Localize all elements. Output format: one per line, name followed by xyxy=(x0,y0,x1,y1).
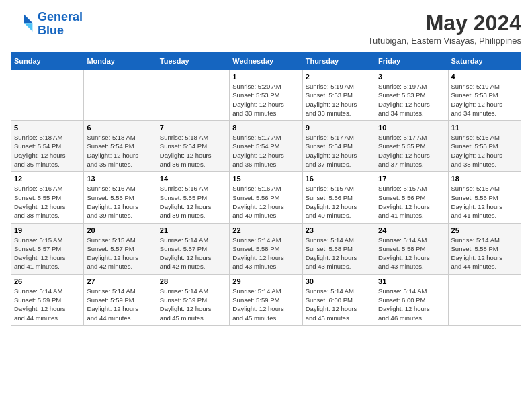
day-info: Sunrise: 5:14 AM Sunset: 5:57 PM Dayligh… xyxy=(160,236,226,271)
calendar-cell: 6Sunrise: 5:18 AM Sunset: 5:54 PM Daylig… xyxy=(84,121,157,172)
day-info: Sunrise: 5:19 AM Sunset: 5:53 PM Dayligh… xyxy=(378,82,445,118)
day-info: Sunrise: 5:15 AM Sunset: 5:57 PM Dayligh… xyxy=(14,236,81,271)
day-number: 28 xyxy=(160,277,226,285)
column-header-tuesday: Tuesday xyxy=(157,53,229,70)
calendar-cell: 18Sunrise: 5:15 AM Sunset: 5:56 PM Dayli… xyxy=(448,172,521,223)
day-info: Sunrise: 5:14 AM Sunset: 5:58 PM Dayligh… xyxy=(232,236,299,271)
calendar-cell: 20Sunrise: 5:15 AM Sunset: 5:57 PM Dayli… xyxy=(84,223,157,274)
day-info: Sunrise: 5:18 AM Sunset: 5:54 PM Dayligh… xyxy=(14,133,81,169)
calendar-cell: 15Sunrise: 5:16 AM Sunset: 5:56 PM Dayli… xyxy=(230,172,302,223)
calendar-cell: 11Sunrise: 5:16 AM Sunset: 5:55 PM Dayli… xyxy=(448,121,521,172)
day-info: Sunrise: 5:19 AM Sunset: 5:53 PM Dayligh… xyxy=(451,82,518,118)
day-number: 6 xyxy=(87,124,153,132)
column-header-sunday: Sunday xyxy=(11,53,84,70)
day-number: 27 xyxy=(87,277,153,285)
calendar-week-3: 12Sunrise: 5:16 AM Sunset: 5:55 PM Dayli… xyxy=(11,172,521,223)
day-number: 18 xyxy=(451,175,518,183)
day-info: Sunrise: 5:16 AM Sunset: 5:55 PM Dayligh… xyxy=(160,184,226,220)
day-info: Sunrise: 5:16 AM Sunset: 5:56 PM Dayligh… xyxy=(232,184,299,220)
day-info: Sunrise: 5:14 AM Sunset: 5:59 PM Dayligh… xyxy=(232,287,299,322)
day-number: 3 xyxy=(378,73,445,81)
day-info: Sunrise: 5:15 AM Sunset: 5:56 PM Dayligh… xyxy=(378,184,445,220)
day-info: Sunrise: 5:17 AM Sunset: 5:54 PM Dayligh… xyxy=(306,133,372,169)
calendar-week-2: 5Sunrise: 5:18 AM Sunset: 5:54 PM Daylig… xyxy=(11,121,521,172)
day-number: 31 xyxy=(378,277,445,285)
title-block: May 2024 Tutubigan, Eastern Visayas, Phi… xyxy=(368,11,521,46)
calendar-cell xyxy=(11,70,84,121)
calendar-cell xyxy=(157,70,229,121)
calendar-cell: 1Sunrise: 5:20 AM Sunset: 5:53 PM Daylig… xyxy=(230,70,302,121)
day-info: Sunrise: 5:18 AM Sunset: 5:54 PM Dayligh… xyxy=(160,133,226,169)
day-info: Sunrise: 5:16 AM Sunset: 5:55 PM Dayligh… xyxy=(87,184,153,220)
day-number: 22 xyxy=(232,226,299,234)
day-info: Sunrise: 5:19 AM Sunset: 5:53 PM Dayligh… xyxy=(306,82,372,118)
day-info: Sunrise: 5:14 AM Sunset: 5:58 PM Dayligh… xyxy=(451,236,518,271)
day-info: Sunrise: 5:14 AM Sunset: 6:00 PM Dayligh… xyxy=(378,287,445,322)
column-header-monday: Monday xyxy=(84,53,157,70)
calendar-week-5: 26Sunrise: 5:14 AM Sunset: 5:59 PM Dayli… xyxy=(11,274,521,325)
day-number: 25 xyxy=(451,226,518,234)
calendar-cell: 7Sunrise: 5:18 AM Sunset: 5:54 PM Daylig… xyxy=(157,121,229,172)
logo-text: General Blue xyxy=(38,11,83,38)
calendar-cell: 28Sunrise: 5:14 AM Sunset: 5:59 PM Dayli… xyxy=(157,274,229,325)
day-info: Sunrise: 5:17 AM Sunset: 5:54 PM Dayligh… xyxy=(232,133,299,169)
calendar-cell: 5Sunrise: 5:18 AM Sunset: 5:54 PM Daylig… xyxy=(11,121,84,172)
calendar-cell: 30Sunrise: 5:14 AM Sunset: 6:00 PM Dayli… xyxy=(302,274,375,325)
calendar-cell xyxy=(448,274,521,325)
column-header-friday: Friday xyxy=(375,53,448,70)
calendar-cell: 23Sunrise: 5:14 AM Sunset: 5:58 PM Dayli… xyxy=(302,223,375,274)
calendar-cell: 19Sunrise: 5:15 AM Sunset: 5:57 PM Dayli… xyxy=(11,223,84,274)
day-number: 11 xyxy=(451,124,518,132)
day-info: Sunrise: 5:15 AM Sunset: 5:56 PM Dayligh… xyxy=(451,184,518,220)
day-info: Sunrise: 5:15 AM Sunset: 5:56 PM Dayligh… xyxy=(306,184,372,220)
day-info: Sunrise: 5:18 AM Sunset: 5:54 PM Dayligh… xyxy=(87,133,153,169)
calendar-cell xyxy=(84,70,157,121)
day-number: 7 xyxy=(160,124,226,132)
day-number: 10 xyxy=(378,124,445,132)
logo-general: General xyxy=(38,10,83,24)
calendar-week-4: 19Sunrise: 5:15 AM Sunset: 5:57 PM Dayli… xyxy=(11,223,521,274)
calendar-cell: 22Sunrise: 5:14 AM Sunset: 5:58 PM Dayli… xyxy=(230,223,302,274)
day-info: Sunrise: 5:15 AM Sunset: 5:57 PM Dayligh… xyxy=(87,236,153,271)
calendar-cell: 24Sunrise: 5:14 AM Sunset: 5:58 PM Dayli… xyxy=(375,223,448,274)
day-number: 19 xyxy=(14,226,81,234)
calendar-cell: 12Sunrise: 5:16 AM Sunset: 5:55 PM Dayli… xyxy=(11,172,84,223)
day-info: Sunrise: 5:17 AM Sunset: 5:55 PM Dayligh… xyxy=(378,133,445,169)
calendar-cell: 31Sunrise: 5:14 AM Sunset: 6:00 PM Dayli… xyxy=(375,274,448,325)
calendar-cell: 25Sunrise: 5:14 AM Sunset: 5:58 PM Dayli… xyxy=(448,223,521,274)
day-number: 29 xyxy=(232,277,299,285)
svg-marker-1 xyxy=(24,23,33,32)
day-number: 4 xyxy=(451,73,518,81)
day-info: Sunrise: 5:14 AM Sunset: 5:58 PM Dayligh… xyxy=(306,236,372,271)
day-number: 23 xyxy=(306,226,372,234)
calendar-table: SundayMondayTuesdayWednesdayThursdayFrid… xyxy=(11,52,521,326)
day-number: 9 xyxy=(306,124,372,132)
calendar-cell: 14Sunrise: 5:16 AM Sunset: 5:55 PM Dayli… xyxy=(157,172,229,223)
calendar-cell: 10Sunrise: 5:17 AM Sunset: 5:55 PM Dayli… xyxy=(375,121,448,172)
column-header-saturday: Saturday xyxy=(448,53,521,70)
svg-marker-0 xyxy=(24,14,33,23)
day-info: Sunrise: 5:14 AM Sunset: 5:59 PM Dayligh… xyxy=(14,287,81,322)
calendar-cell: 9Sunrise: 5:17 AM Sunset: 5:54 PM Daylig… xyxy=(302,121,375,172)
day-number: 12 xyxy=(14,175,81,183)
column-header-thursday: Thursday xyxy=(302,53,375,70)
calendar-cell: 2Sunrise: 5:19 AM Sunset: 5:53 PM Daylig… xyxy=(302,70,375,121)
day-number: 16 xyxy=(306,175,372,183)
calendar-cell: 4Sunrise: 5:19 AM Sunset: 5:53 PM Daylig… xyxy=(448,70,521,121)
day-info: Sunrise: 5:20 AM Sunset: 5:53 PM Dayligh… xyxy=(232,82,299,118)
logo: General Blue xyxy=(11,11,83,38)
day-number: 15 xyxy=(232,175,299,183)
day-number: 17 xyxy=(378,175,445,183)
page-header: General Blue May 2024 Tutubigan, Eastern… xyxy=(11,11,521,46)
day-info: Sunrise: 5:14 AM Sunset: 5:59 PM Dayligh… xyxy=(87,287,153,322)
logo-icon xyxy=(11,12,35,36)
logo-blue: Blue xyxy=(38,24,64,37)
day-number: 24 xyxy=(378,226,445,234)
day-number: 14 xyxy=(160,175,226,183)
day-number: 5 xyxy=(14,124,81,132)
day-info: Sunrise: 5:14 AM Sunset: 6:00 PM Dayligh… xyxy=(306,287,372,322)
header-row: SundayMondayTuesdayWednesdayThursdayFrid… xyxy=(11,53,521,70)
calendar-cell: 17Sunrise: 5:15 AM Sunset: 5:56 PM Dayli… xyxy=(375,172,448,223)
month-year: May 2024 xyxy=(368,11,521,36)
calendar-week-1: 1Sunrise: 5:20 AM Sunset: 5:53 PM Daylig… xyxy=(11,70,521,121)
